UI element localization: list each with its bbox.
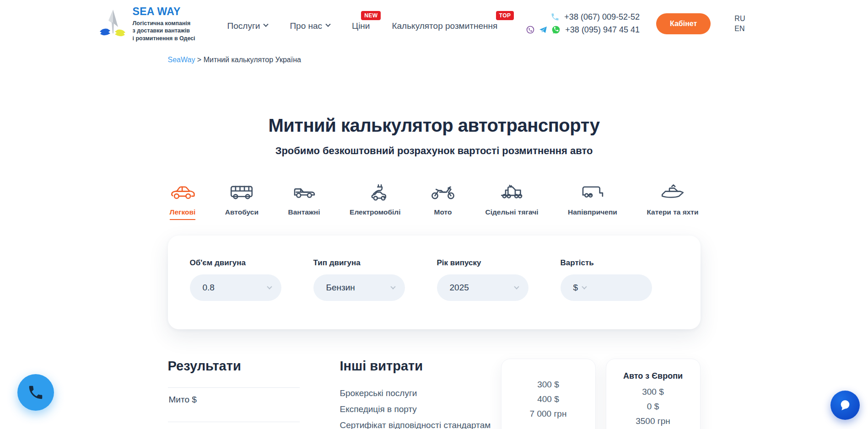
- nav-label: Про нас: [290, 21, 322, 31]
- select-value: 2025: [450, 283, 515, 293]
- field-label: Рік випуску: [437, 258, 528, 268]
- top-badge: TOP: [496, 11, 514, 20]
- lang-ru[interactable]: RU: [734, 15, 745, 23]
- header: SEA WAY Логістична компанія з доставки в…: [0, 0, 868, 42]
- breadcrumb-home-link[interactable]: SeaWay: [168, 56, 195, 64]
- floating-call-button[interactable]: [17, 374, 54, 411]
- calculator-form: Об'єм двигуна 0.8 Тип двигуна Бензин Рік…: [168, 236, 701, 329]
- breadcrumb: SeaWay > Митний калькулятор Україна: [168, 56, 701, 64]
- tab-label: Легкові: [170, 208, 196, 220]
- result-row-duty: Мито $: [168, 387, 300, 422]
- price-field: Вартість $: [561, 258, 652, 301]
- tab-label: Автобуси: [225, 208, 259, 219]
- header-contacts: +38 (067) 009-52-52: [526, 12, 640, 38]
- price-input-group: $: [561, 274, 652, 301]
- bus-icon: [229, 183, 254, 202]
- motorcycle-icon: [430, 183, 456, 202]
- vehicle-type-tabs: Легкові Автобуси Вантажні: [168, 183, 701, 220]
- tab-boats-yachts[interactable]: Катери та яхти: [647, 183, 698, 219]
- language-switcher: RU EN: [734, 15, 745, 33]
- main-nav: Послуги Про нас Ціни NEW Калькулятор роз…: [227, 21, 498, 31]
- card-value: 0 $: [606, 402, 700, 412]
- field-label: Тип двигуна: [313, 258, 405, 268]
- result-row-excise: Акцизний збір $: [168, 422, 300, 429]
- nav-item-customs-calculator[interactable]: Калькулятор розмитнення TOP: [392, 21, 497, 31]
- chevron-down-icon: [325, 21, 330, 27]
- card-value: 300 $: [606, 387, 700, 397]
- seaway-logo-icon: [98, 9, 127, 39]
- electric-car-icon: [362, 183, 388, 202]
- yacht-icon: [660, 183, 685, 202]
- nav-label: Послуги: [227, 21, 260, 31]
- price-input[interactable]: [586, 283, 642, 293]
- lang-en[interactable]: EN: [734, 25, 745, 33]
- viber-icon[interactable]: [526, 25, 535, 34]
- whatsapp-icon[interactable]: [551, 25, 561, 34]
- new-badge: NEW: [361, 11, 381, 20]
- field-label: Вартість: [561, 258, 652, 268]
- tab-label: Катери та яхти: [647, 208, 698, 219]
- tagline-line: Логістична компанія: [133, 20, 191, 27]
- other-expenses-section: Інші витрати Брокерські послуги Експедиц…: [340, 359, 493, 429]
- expense-item: Експедиція в порту: [340, 404, 493, 414]
- semi-truck-icon: [499, 183, 525, 202]
- logo[interactable]: SEA WAY Логістична компанія з доставки в…: [98, 5, 195, 42]
- page-title: Митний калькулятор автотранспорту: [168, 115, 701, 136]
- brand-tagline: Логістична компанія з доставки вантажів …: [133, 20, 195, 42]
- card-title: Авто з Європи: [606, 371, 700, 382]
- floating-chat-button[interactable]: [830, 391, 860, 420]
- chevron-down-icon: [390, 284, 395, 289]
- cabinet-button[interactable]: Кабінет: [656, 13, 711, 34]
- tab-label: Сідельні тягачі: [485, 208, 539, 219]
- breadcrumb-current: Митний калькулятор Україна: [204, 56, 301, 64]
- engine-type-select[interactable]: Бензин: [313, 274, 405, 301]
- tab-semi-trucks[interactable]: Сідельні тягачі: [485, 183, 539, 219]
- tab-electric-cars[interactable]: Електромобілі: [350, 183, 400, 219]
- tab-semi-trailers[interactable]: Напівпричепи: [568, 183, 617, 219]
- year-field: Рік випуску 2025: [437, 258, 528, 301]
- trailer-icon: [580, 183, 605, 202]
- expenses-title: Інші витрати: [340, 359, 493, 374]
- chevron-down-icon: [267, 284, 272, 289]
- tab-label: Мото: [434, 208, 452, 219]
- telegram-icon[interactable]: [539, 25, 548, 34]
- tab-buses[interactable]: Автобуси: [225, 183, 259, 219]
- chevron-down-icon: [514, 284, 519, 289]
- phone-icon: [550, 12, 560, 21]
- tab-trucks[interactable]: Вантажні: [288, 183, 320, 219]
- car-icon: [170, 183, 195, 202]
- select-value: 0.8: [203, 283, 268, 293]
- results-title: Результати: [168, 359, 300, 374]
- field-label: Об'єм двигуна: [190, 258, 281, 268]
- truck-icon: [291, 183, 317, 202]
- expense-item: Брокерські послуги: [340, 388, 493, 398]
- phone-number-2[interactable]: +38 (095) 947 45 41: [565, 25, 640, 35]
- engine-volume-field: Об'єм двигуна 0.8: [190, 258, 281, 301]
- brand-name: SEA WAY: [133, 5, 195, 18]
- currency-select[interactable]: $: [573, 283, 578, 293]
- results-section: Результати Мито $ Акцизний збір $: [168, 359, 300, 429]
- nav-item-prices[interactable]: Ціни NEW: [352, 21, 370, 31]
- page-subtitle: Зробимо безкоштовний розрахунок вартості…: [168, 145, 701, 157]
- social-icons: [526, 25, 561, 34]
- breadcrumb-separator: >: [197, 56, 201, 64]
- nav-label: Ціни: [352, 21, 370, 31]
- nav-item-services[interactable]: Послуги: [227, 21, 268, 31]
- tab-label: Вантажні: [288, 208, 320, 219]
- phone-number-1[interactable]: +38 (067) 009-52-52: [564, 12, 640, 22]
- tab-motorcycles[interactable]: Мото: [430, 183, 456, 219]
- nav-item-about[interactable]: Про нас: [290, 21, 330, 31]
- year-select[interactable]: 2025: [437, 274, 528, 301]
- expense-item: Сертифікат відповідності стандартам: [340, 420, 493, 429]
- card-value: 300 $: [501, 380, 595, 390]
- engine-type-field: Тип двигуна Бензин: [313, 258, 405, 301]
- chat-bubble-icon: [837, 397, 853, 413]
- tagline-line: з доставки вантажів: [133, 27, 190, 34]
- tab-label: Напівпричепи: [568, 208, 617, 219]
- tab-cars[interactable]: Легкові: [170, 183, 196, 220]
- card-value: 400 $: [501, 394, 595, 404]
- tab-label: Електромобілі: [350, 208, 400, 219]
- phone-icon: [27, 384, 44, 401]
- chevron-down-icon: [264, 21, 269, 27]
- engine-volume-select[interactable]: 0.8: [190, 274, 281, 301]
